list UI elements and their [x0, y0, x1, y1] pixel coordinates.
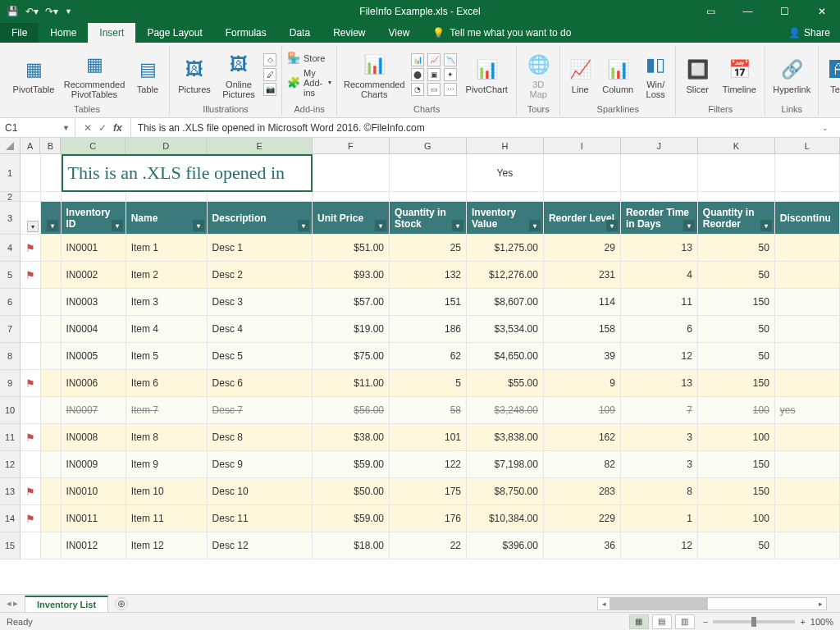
cell-reorder[interactable]: 82: [544, 451, 621, 478]
cell-name[interactable]: Item 3: [126, 289, 208, 316]
rec-charts-button[interactable]: 📊Recommended Charts: [342, 50, 406, 99]
tell-me[interactable]: 💡 Tell me what you want to do: [421, 23, 582, 43]
cell-desc[interactable]: Desc 10: [208, 478, 313, 505]
cell-reorder[interactable]: 9: [544, 370, 621, 397]
col-header-d[interactable]: D: [126, 138, 207, 153]
horizontal-scrollbar[interactable]: ◂ ▸: [597, 597, 827, 610]
cell[interactable]: [41, 316, 62, 343]
tab-file[interactable]: File: [0, 23, 39, 43]
shapes-gallery[interactable]: ◇🖊📷: [263, 53, 276, 96]
cell-days[interactable]: 3: [621, 424, 698, 451]
enter-icon[interactable]: ✓: [98, 122, 107, 134]
row-header[interactable]: 11: [0, 424, 21, 451]
col-header-g[interactable]: G: [390, 138, 467, 153]
row-header[interactable]: 6: [0, 289, 21, 316]
cell-value[interactable]: $8,750.00: [467, 478, 544, 505]
undo-icon[interactable]: ↶▾: [25, 6, 39, 17]
cell-days[interactable]: 11: [621, 289, 698, 316]
cell-value[interactable]: $3,248.00: [467, 397, 544, 424]
table-header[interactable]: Unit Price▾: [313, 202, 390, 235]
filter-icon[interactable]: ▾: [529, 220, 541, 231]
cell-value[interactable]: $3,534.00: [467, 316, 544, 343]
tab-home[interactable]: Home: [39, 23, 88, 43]
cell-desc[interactable]: Desc 1: [208, 235, 313, 262]
cell-value[interactable]: $10,384.00: [467, 505, 544, 532]
cell-name[interactable]: Item 5: [126, 343, 208, 370]
tab-data[interactable]: Data: [278, 23, 322, 43]
title-cell[interactable]: This is an .XLS file opened in: [62, 154, 313, 192]
cell-price[interactable]: $59.00: [313, 505, 390, 532]
cell[interactable]: [41, 262, 62, 289]
cell-qre[interactable]: 150: [698, 370, 775, 397]
row-header[interactable]: 13: [0, 478, 21, 505]
row-header[interactable]: 7: [0, 316, 21, 343]
row-header[interactable]: 1: [0, 154, 21, 192]
cell[interactable]: [41, 289, 62, 316]
redo-icon[interactable]: ↷▾: [45, 6, 58, 17]
filter-icon[interactable]: ▾: [683, 220, 695, 231]
ribbon-options-icon[interactable]: ▭: [692, 0, 729, 23]
cell[interactable]: [313, 154, 390, 192]
cell-disc[interactable]: [775, 343, 840, 370]
flag-cell[interactable]: ⚑: [21, 262, 41, 289]
cell[interactable]: [41, 478, 62, 505]
zoom-slider[interactable]: [713, 620, 795, 623]
zoom-level[interactable]: 100%: [810, 617, 833, 627]
cell-qty[interactable]: 58: [390, 397, 467, 424]
cell-disc[interactable]: yes: [775, 397, 840, 424]
cell-name[interactable]: Item 10: [126, 478, 208, 505]
cell-price[interactable]: $59.00: [313, 451, 390, 478]
cell-days[interactable]: 13: [621, 370, 698, 397]
cell-value[interactable]: $12,276.00: [467, 262, 544, 289]
row-header[interactable]: 15: [0, 532, 21, 559]
cell-qre[interactable]: 100: [698, 424, 775, 451]
cell-desc[interactable]: Desc 9: [208, 451, 313, 478]
row-header[interactable]: 14: [0, 505, 21, 532]
sparkline-line-button[interactable]: 📈Line: [565, 55, 595, 94]
col-header-l[interactable]: L: [775, 138, 840, 153]
col-header-i[interactable]: I: [544, 138, 621, 153]
cell-desc[interactable]: Desc 3: [208, 289, 313, 316]
cell-name[interactable]: Item 4: [126, 316, 208, 343]
cell-name[interactable]: Item 12: [126, 532, 208, 559]
table-header[interactable]: Quantity in Stock▾: [390, 202, 467, 235]
flag-cell[interactable]: [21, 451, 41, 478]
cell-value[interactable]: $55.00: [467, 370, 544, 397]
zoom-out-button[interactable]: −: [703, 617, 708, 627]
cell[interactable]: [41, 370, 62, 397]
flag-cell[interactable]: ⚑: [21, 235, 41, 262]
cell-desc[interactable]: Desc 6: [208, 370, 313, 397]
cell-qre[interactable]: 100: [698, 397, 775, 424]
cell-disc[interactable]: [775, 451, 840, 478]
cell-desc[interactable]: Desc 5: [208, 343, 313, 370]
row-header[interactable]: 12: [0, 451, 21, 478]
cell-disc[interactable]: [775, 316, 840, 343]
filter-icon[interactable]: ▾: [193, 220, 204, 231]
cell-reorder[interactable]: 114: [544, 289, 621, 316]
cell-disc[interactable]: [775, 262, 840, 289]
rec-pivottables-button[interactable]: ▦Recommended PivotTables: [62, 50, 126, 99]
cell-id[interactable]: IN0004: [62, 316, 126, 343]
cell-name[interactable]: Item 11: [126, 505, 208, 532]
cell-desc[interactable]: Desc 12: [208, 532, 313, 559]
row-header[interactable]: 2: [0, 192, 21, 202]
cell[interactable]: [21, 154, 41, 192]
cell[interactable]: [41, 154, 62, 192]
table-header[interactable]: Discontinu: [775, 202, 840, 235]
store-button[interactable]: 🏪Store: [287, 52, 331, 65]
cell-qty[interactable]: 122: [390, 451, 467, 478]
cell[interactable]: [544, 154, 621, 192]
cell[interactable]: [621, 154, 698, 192]
col-header-c[interactable]: C: [61, 138, 126, 153]
my-addins-button[interactable]: 🧩My Add-ins▾: [287, 68, 331, 98]
table-header[interactable]: Name▾: [126, 202, 208, 235]
cell-days[interactable]: 12: [621, 343, 698, 370]
chart-gallery[interactable]: 📊📈📉 ⬤▣✦ ◔▭⋯: [411, 53, 457, 96]
cell-days[interactable]: 4: [621, 262, 698, 289]
hyperlink-button[interactable]: 🔗Hyperlink: [770, 55, 813, 94]
close-icon[interactable]: ✕: [803, 0, 840, 23]
filter-icon[interactable]: ▾: [27, 221, 39, 232]
cell-desc[interactable]: Desc 11: [208, 505, 313, 532]
cell-qty[interactable]: 25: [390, 235, 467, 262]
cell-qre[interactable]: 50: [698, 343, 775, 370]
